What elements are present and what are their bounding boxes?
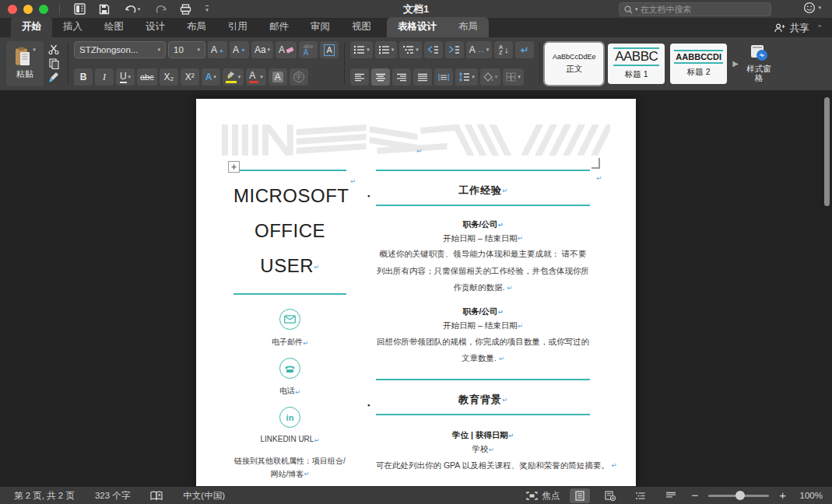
numbered-list-button[interactable]: ▾ xyxy=(375,41,398,58)
copy-button[interactable] xyxy=(45,57,62,71)
save-icon[interactable] xyxy=(94,2,114,16)
font-size-select[interactable]: 10▾ xyxy=(168,41,205,58)
tab-design[interactable]: 设计 xyxy=(135,17,176,37)
text-effects-button[interactable]: A▾ xyxy=(202,68,220,86)
character-shading-button[interactable]: A xyxy=(269,68,287,86)
borders-button[interactable]: ▾ xyxy=(503,68,524,86)
document-page[interactable]: + MICROSOFT OFFICE USER xyxy=(196,99,636,486)
page-indicator[interactable]: 第 2 页, 共 2 页 xyxy=(14,490,75,502)
table-move-handle[interactable]: + xyxy=(228,161,240,173)
job-entry[interactable]: 职务/公司 开始日期 – 结束日期 概述你的关键职责、领导能力体现和最主要成就：… xyxy=(376,218,590,296)
tab-references[interactable]: 引用 xyxy=(217,17,258,37)
document-gallery-icon[interactable] xyxy=(69,2,90,16)
distribute-text-button[interactable] xyxy=(434,68,453,86)
tab-insert[interactable]: 插入 xyxy=(52,17,93,37)
redo-icon[interactable] xyxy=(150,2,170,16)
paste-dropdown-caret[interactable]: ▾ xyxy=(33,47,36,53)
tab-view[interactable]: 视图 xyxy=(341,17,382,37)
resume-name[interactable]: MICROSOFT OFFICE USER xyxy=(233,178,346,285)
print-icon[interactable] xyxy=(175,2,195,16)
phonetic-guide-button[interactable]: abcA xyxy=(299,41,318,58)
tab-draw[interactable]: 绘图 xyxy=(93,17,135,37)
multilevel-list-button[interactable]: ▾ xyxy=(399,41,422,58)
tab-table-design[interactable]: 表格设计 xyxy=(387,17,448,37)
italic-button[interactable]: I xyxy=(95,68,114,86)
language-indicator[interactable]: 中文(中国) xyxy=(183,490,225,502)
share-button[interactable]: 共享 xyxy=(774,22,809,35)
justify-button[interactable] xyxy=(413,68,432,86)
print-layout-view-button[interactable] xyxy=(570,488,590,503)
bullet-list-button[interactable]: ▾ xyxy=(350,41,373,58)
online-links-text[interactable]: 链接到其他联机属性：项目组合/ 网站/博客 xyxy=(233,454,346,481)
minimize-window-button[interactable] xyxy=(23,5,33,14)
contact-item-phone[interactable]: 电话 xyxy=(233,358,346,397)
decrease-indent-button[interactable] xyxy=(424,41,443,58)
cut-button[interactable] xyxy=(45,43,62,57)
zoom-slider-thumb[interactable] xyxy=(735,491,745,500)
enclose-characters-button[interactable]: 字 xyxy=(290,68,308,86)
clear-formatting-button[interactable]: A xyxy=(276,41,297,58)
job-dates[interactable]: 开始日期 – 结束日期 xyxy=(443,320,518,330)
education-description[interactable]: 可在此处列出你的 GPA 以及相关课程、奖励和荣誉的简短摘要。 xyxy=(376,457,590,474)
contact-label[interactable]: 电子邮件 xyxy=(272,338,303,346)
section-title[interactable]: 工作经验 xyxy=(458,184,502,196)
school-line[interactable]: 学校 xyxy=(472,444,488,453)
collapse-ribbon-chevron[interactable]: ⌃ xyxy=(816,24,823,32)
zoom-slider[interactable] xyxy=(708,495,769,497)
bold-button[interactable]: B xyxy=(74,68,93,86)
spelling-status-icon[interactable] xyxy=(150,491,163,501)
style-card-heading1[interactable]: AABBC 标题 1 xyxy=(608,44,665,84)
tab-review[interactable]: 审阅 xyxy=(300,17,341,37)
shrink-font-button[interactable]: A▼ xyxy=(230,41,249,58)
line-spacing-caret[interactable]: ▾ xyxy=(472,74,475,80)
section-title[interactable]: 教育背景 xyxy=(458,394,502,405)
job-entry[interactable]: 职务/公司 开始日期 – 结束日期 回想你所带领团队的规模，你完成的项目数量，或… xyxy=(376,305,590,367)
tab-table-layout[interactable]: 布局 xyxy=(448,17,489,37)
resume-right-column[interactable]: 工作经验 职务/公司 开始日期 – 结束日期 概述你的关键职责、领导能力体现和最… xyxy=(376,170,590,486)
shading-button[interactable]: ▾ xyxy=(480,68,501,86)
search-box[interactable]: ▾ xyxy=(619,2,771,16)
resume-left-column[interactable]: MICROSOFT OFFICE USER 电子邮件 xyxy=(233,170,346,486)
style-pane-button[interactable]: 样式窗格 xyxy=(744,41,774,86)
sort-button[interactable]: AZ↓ xyxy=(494,41,513,58)
font-color-caret[interactable]: ▾ xyxy=(260,74,263,80)
highlight-button[interactable]: ▾ xyxy=(223,68,244,86)
subscript-button[interactable]: X₂ xyxy=(160,68,178,86)
grow-font-button[interactable]: A▲ xyxy=(208,41,227,58)
tab-layout[interactable]: 布局 xyxy=(176,17,217,37)
job-title[interactable]: 职务/公司 xyxy=(462,219,497,229)
style-card-normal[interactable]: AaBbCcDdEe 正文 xyxy=(546,44,602,84)
character-border-button[interactable]: A xyxy=(320,41,339,58)
job-description[interactable]: 回想你所带领团队的规模，你完成的项目数量，或你写过的文章数量. xyxy=(376,334,590,367)
search-scope-caret[interactable]: ▾ xyxy=(635,6,638,12)
feedback-smiley-icon[interactable]: ▾ xyxy=(803,2,821,14)
paste-button[interactable]: ▾ 粘贴 xyxy=(6,41,44,86)
education-section-heading[interactable]: 教育背景 xyxy=(376,379,590,415)
vertical-scrollbar-thumb[interactable] xyxy=(824,97,830,206)
zoom-out-button[interactable]: − xyxy=(691,492,698,499)
maximize-window-button[interactable] xyxy=(39,5,48,14)
highlight-caret[interactable]: ▾ xyxy=(238,74,241,80)
superscript-button[interactable]: X² xyxy=(181,68,199,86)
job-title[interactable]: 职务/公司 xyxy=(462,306,497,316)
draft-view-button[interactable] xyxy=(661,488,681,503)
font-color-button[interactable]: A ▾ xyxy=(246,68,266,86)
undo-dropdown-caret[interactable]: ▾ xyxy=(138,6,141,12)
shading-caret[interactable]: ▾ xyxy=(495,74,498,80)
increase-indent-button[interactable] xyxy=(445,41,464,58)
multilevel-list-caret[interactable]: ▾ xyxy=(416,47,419,53)
align-left-button[interactable] xyxy=(350,68,369,86)
style-card-heading2[interactable]: AABBCCDI 标题 2 xyxy=(670,44,727,84)
contact-item-email[interactable]: 电子邮件 xyxy=(233,309,346,348)
education-entry[interactable]: 学位 | 获得日期 学校 可在此处列出你的 GPA 以及相关课程、奖励和荣誉的简… xyxy=(376,429,590,474)
strikethrough-button[interactable]: abc xyxy=(137,68,157,86)
search-input[interactable] xyxy=(641,5,766,14)
tab-mailings[interactable]: 邮件 xyxy=(258,17,300,37)
underline-caret[interactable]: ▾ xyxy=(128,74,132,80)
line-spacing-button[interactable]: ▾ xyxy=(455,68,478,86)
focus-mode-button[interactable]: 焦点 xyxy=(526,490,560,502)
text-direction-button[interactable]: A↔▾ xyxy=(466,41,493,58)
experience-section-heading[interactable]: 工作经验 xyxy=(376,170,590,206)
zoom-in-button[interactable]: + xyxy=(779,492,786,499)
more-styles-arrow[interactable]: ▶ xyxy=(732,59,739,68)
